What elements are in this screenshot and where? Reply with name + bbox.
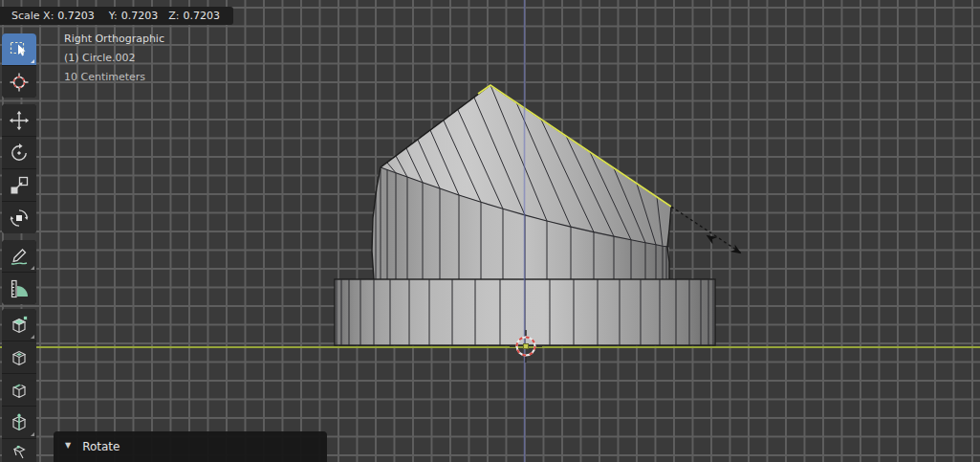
mesh-dome[interactable] (372, 85, 671, 279)
scale-y-label: Y: (109, 10, 118, 22)
annotate-pencil-icon (9, 246, 30, 267)
bevel-icon (9, 380, 30, 401)
loop-cut-icon (9, 412, 30, 433)
scale-z-value: 0.7203 (184, 10, 221, 22)
tool-select-box-button[interactable] (2, 33, 36, 65)
tool-annotate-button[interactable] (2, 240, 36, 272)
active-object-label: (1) Circle.002 (64, 49, 164, 68)
transform-status-bar: Scale X: 0.7203 Y: 0.7203 Z: 0.7203 (0, 7, 233, 25)
scale-z-label: Z: (168, 10, 179, 22)
tool-cursor-button[interactable] (2, 65, 36, 98)
tool-inset-faces-button[interactable] (2, 341, 36, 373)
scale-x-value: 0.7203 (57, 10, 95, 22)
object-origin-point (524, 344, 529, 349)
toolbar (2, 33, 36, 462)
tool-scale-button[interactable] (2, 168, 36, 201)
collapse-arrow-icon[interactable]: ▼ (65, 441, 71, 450)
drag-arrow-icon (730, 244, 744, 257)
tool-knife-button[interactable] (2, 438, 36, 462)
tool-rotate-button[interactable] (2, 136, 36, 168)
viewport-overlay-text: Right Orthographic (1) Circle.002 10 Cen… (64, 30, 164, 87)
transform-icon (9, 208, 30, 229)
scale-x-label: Scale X: (11, 10, 54, 22)
grid-scale-label: 10 Centimeters (64, 68, 164, 87)
tool-loop-cut-button[interactable] (2, 406, 36, 438)
tool-transform-button[interactable] (2, 201, 36, 233)
scale-icon (9, 175, 30, 196)
operator-panel-rotate[interactable]: ▼ Rotate (54, 431, 327, 462)
measure-icon (9, 278, 30, 299)
move-icon (9, 110, 30, 131)
knife-icon (9, 445, 30, 462)
tool-move-button[interactable] (2, 104, 36, 136)
scale-y-value: 0.7203 (121, 10, 159, 22)
rotate-icon (9, 143, 30, 164)
tool-measure-button[interactable] (2, 272, 36, 304)
select-box-icon (9, 39, 30, 60)
cursor-icon (9, 72, 30, 93)
tool-bevel-button[interactable] (2, 373, 36, 406)
transform-drag-indicator (671, 207, 744, 257)
operator-panel-label: Rotate (82, 440, 120, 453)
view-name-label: Right Orthographic (64, 30, 164, 49)
extrude-region-icon (9, 315, 30, 336)
inset-faces-icon (9, 347, 30, 368)
tool-extrude-region-button[interactable] (2, 309, 36, 341)
